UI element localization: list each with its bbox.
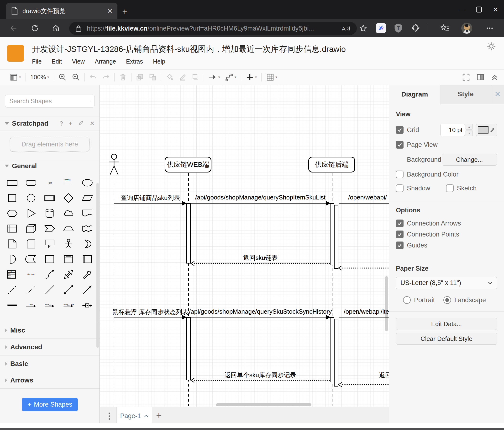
shape-container[interactable]: [40, 252, 59, 267]
shape-cloud[interactable]: [59, 206, 78, 221]
return-line[interactable]: [342, 268, 389, 269]
shape-arrow-source-label[interactable]: SourceLabel: [40, 297, 59, 313]
message-label[interactable]: /open/webapi/item: [344, 308, 389, 315]
shape-text[interactable]: Text: [40, 175, 59, 190]
shape-and[interactable]: [3, 252, 22, 267]
menu-edit[interactable]: Edit: [52, 58, 62, 65]
menu-file[interactable]: File: [32, 58, 42, 65]
message-line[interactable]: [191, 203, 326, 204]
return-label[interactable]: 返回单个sku库存同步记录: [225, 371, 296, 379]
scratchpad-add-icon[interactable]: +: [69, 120, 72, 127]
sidebar-section-general[interactable]: General: [0, 159, 99, 173]
insert-button[interactable]: ▾: [246, 73, 257, 81]
shape-arrow[interactable]: [78, 267, 97, 282]
message-label[interactable]: 鼠标悬浮 库存同步状态列表: [112, 308, 188, 316]
shape-ellipse[interactable]: [78, 175, 97, 190]
change-background-button[interactable]: Change...: [442, 154, 497, 166]
connection-arrows-checkbox[interactable]: [396, 220, 404, 227]
theme-toggle-icon[interactable]: [486, 41, 496, 52]
redo-button[interactable]: [102, 73, 110, 81]
window-close-icon[interactable]: ✕: [487, 0, 504, 19]
shape-data-storage[interactable]: [22, 252, 41, 267]
page-view-checkbox[interactable]: [396, 141, 404, 149]
extension-tampermonkey-icon[interactable]: T: [393, 22, 404, 34]
actor-figure[interactable]: [107, 153, 121, 177]
shape-circle[interactable]: [22, 190, 41, 206]
shape-internal-storage[interactable]: [3, 221, 22, 236]
shape-link[interactable]: [3, 297, 22, 313]
sidebar-section-basic[interactable]: Basic: [0, 355, 99, 372]
undo-button[interactable]: [89, 73, 97, 81]
browser-tab[interactable]: drawio文件预览 ✕: [6, 3, 117, 19]
sidebar-section-advanced[interactable]: Advanced: [0, 338, 99, 355]
shape-vertical-container[interactable]: [59, 252, 78, 267]
zoom-out-button[interactable]: [72, 73, 80, 81]
shape-bidirectional-connector[interactable]: [59, 282, 78, 297]
grid-color-button[interactable]: [476, 124, 497, 136]
shape-callout[interactable]: [40, 236, 59, 252]
shape-list[interactable]: ListItem 1Item 2Item 3: [3, 267, 22, 282]
tab-style[interactable]: Style: [440, 85, 491, 103]
waypoints-button[interactable]: ▾: [225, 73, 236, 81]
url-bar[interactable]: https://file.kkview.cn/onlinePreview?url…: [69, 22, 357, 35]
home-icon[interactable]: [50, 22, 62, 34]
activation-bar[interactable]: [334, 319, 338, 386]
return-label[interactable]: 返回sku链表: [243, 254, 278, 262]
shape-cylinder[interactable]: [40, 206, 59, 221]
menu-arrange[interactable]: Arrange: [95, 58, 116, 65]
favorite-star-icon[interactable]: [358, 22, 369, 34]
collections-icon[interactable]: [439, 22, 450, 34]
horizontal-scrollbar[interactable]: [216, 403, 311, 406]
shape-textbox-heading[interactable]: Heading: [59, 175, 78, 190]
sidebar-section-arrows[interactable]: Arrows: [0, 372, 99, 389]
delete-button[interactable]: [119, 73, 127, 81]
new-tab-icon[interactable]: +: [122, 7, 127, 17]
add-page-icon[interactable]: +: [156, 410, 162, 421]
shape-directional-connector[interactable]: [78, 282, 97, 297]
view-panels-button[interactable]: ▾: [10, 73, 21, 81]
shape-triangle[interactable]: [22, 206, 41, 221]
grid-size-stepper[interactable]: ▲▼: [466, 124, 473, 136]
window-maximize-icon[interactable]: [471, 0, 487, 19]
scratchpad-edit-icon[interactable]: [78, 120, 84, 127]
menu-extras[interactable]: Extras: [126, 58, 143, 65]
shape-line[interactable]: [40, 282, 59, 297]
panel-close-icon[interactable]: ✕: [491, 85, 504, 103]
shape-square[interactable]: [3, 190, 22, 206]
back-icon[interactable]: [8, 22, 19, 34]
to-front-button[interactable]: [136, 73, 144, 81]
more-shapes-button[interactable]: + More Shapes: [22, 398, 78, 411]
grid-checkbox[interactable]: [396, 126, 404, 134]
activation-bar[interactable]: [334, 205, 338, 269]
background-color-checkbox[interactable]: [396, 171, 404, 178]
shape-cube[interactable]: [22, 221, 41, 236]
page-tab[interactable]: Page-1: [117, 407, 152, 425]
shape-arrow-source-target[interactable]: SourceLabelTarget: [59, 297, 78, 313]
activation-bar[interactable]: [330, 203, 334, 265]
shape-list-item[interactable]: List Item: [22, 267, 41, 282]
message-line[interactable]: [114, 203, 182, 204]
tab-diagram[interactable]: Diagram: [389, 85, 440, 103]
vertical-scrollbar[interactable]: [385, 276, 388, 331]
grid-size-input[interactable]: 10 pt: [440, 124, 465, 136]
return-line[interactable]: [194, 263, 330, 264]
window-minimize-icon[interactable]: —: [454, 0, 471, 19]
shape-hexagon[interactable]: [3, 206, 22, 221]
sidebar-scrollbar[interactable]: [96, 183, 99, 348]
message-line[interactable]: [339, 317, 389, 318]
connection-button[interactable]: ▾: [208, 74, 220, 81]
scratchpad-help-icon[interactable]: ?: [60, 120, 63, 127]
message-line[interactable]: [191, 317, 326, 318]
paper-size-select[interactable]: US-Letter (8,5" x 11"): [396, 277, 497, 289]
search-icon[interactable]: [90, 97, 91, 105]
shape-rectangle[interactable]: [3, 175, 22, 190]
line-color-button[interactable]: [179, 73, 186, 81]
sidebar-section-misc[interactable]: Misc: [0, 322, 99, 338]
message-label[interactable]: /api/goods/shopManage/querySkuStockSyncH…: [189, 308, 332, 315]
format-panel-toggle-icon[interactable]: [476, 73, 485, 81]
shape-rounded-rectangle[interactable]: [22, 175, 41, 190]
collapse-toolbar-icon[interactable]: [491, 73, 499, 81]
search-input[interactable]: [9, 97, 90, 105]
edit-data-button[interactable]: Edit Data...: [396, 318, 497, 330]
browser-menu-icon[interactable]: [484, 22, 495, 34]
